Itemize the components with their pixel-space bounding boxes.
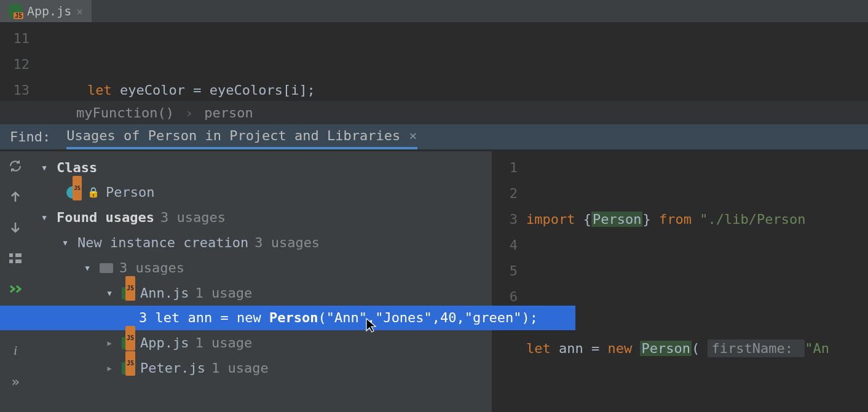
breadcrumb-item[interactable]: person [204,105,253,121]
code-line: import {Person} from "./lib/Person [526,207,829,232]
category-label: New instance creation [77,231,248,255]
find-tab-title: Usages of Person in Project and Librarie… [66,128,400,143]
file-name: Peter.js [140,356,205,381]
usages-tree: Class 🔒 Person Found usages 3 usages New… [31,151,492,412]
info-icon[interactable]: i [7,342,24,359]
chevron-down-icon[interactable] [38,155,50,180]
tree-class-item[interactable]: 🔒 Person [31,180,492,205]
file-tab[interactable]: App.js × [0,0,92,22]
class-icon [66,186,79,199]
editor-tab-bar: App.js × [0,0,868,22]
line-number: 11 [0,26,30,52]
diff-icon[interactable] [7,280,24,298]
line-gutter: 11 12 13 [0,22,37,101]
find-toolbar: i » [0,151,31,412]
line-number: 3 [492,207,518,232]
tree-usage-row-selected[interactable]: 3 let ann = new Person("Ann","Jones",40,… [0,306,575,330]
preview-gutter: 1 2 3 4 5 6 [492,151,526,412]
svg-rect-2 [15,253,22,257]
class-name: Person [106,180,154,205]
code-area[interactable]: let eyeColor = eyeColors[i]; let person … [37,22,578,101]
file-count: 1 usage [195,281,252,306]
chevron-down-icon[interactable] [103,280,116,306]
tree-category[interactable]: New instance creation 3 usages [31,230,492,255]
more-icon[interactable]: » [7,373,24,390]
tree-file[interactable]: Peter.js 1 usage [31,355,492,381]
code-line: let eyeColor = eyeColors[i]; [38,77,578,103]
category-count: 3 usages [254,231,320,255]
js-file-icon [122,362,134,374]
chevron-down-icon[interactable] [81,255,93,280]
breadcrumb-item[interactable]: myFunction() [76,105,174,121]
tab-filename: App.js [27,4,71,18]
svg-rect-0 [9,253,13,257]
chevron-right-icon: › [185,105,193,121]
usage-preview-editor: 1 2 3 4 5 6 import {Person} from "./lib/… [492,151,868,412]
file-name: App.js [140,331,189,355]
find-panel-body: i » Class 🔒 Person Found usages 3 usages… [0,151,868,412]
chevron-down-icon[interactable] [59,230,71,255]
chevron-right-icon[interactable] [103,355,116,381]
file-count: 1 usage [195,331,252,355]
tree-file[interactable]: App.js 1 usage [31,330,492,355]
js-file-icon [122,337,134,349]
tree-folder[interactable]: 3 usages [31,255,492,280]
close-icon[interactable]: × [409,128,417,143]
js-file-icon [122,287,134,299]
arrow-down-icon[interactable] [7,219,24,236]
lock-icon: 🔒 [87,180,100,205]
preview-code[interactable]: import {Person} from "./lib/Person let a… [526,151,829,412]
svg-rect-1 [9,259,13,263]
folder-icon [100,263,113,273]
tree-class-header[interactable]: Class [31,155,492,180]
chevron-down-icon[interactable] [38,205,50,230]
line-number: 4 [492,232,518,258]
code-line: let ann = new Person( firstName: "An [526,336,829,362]
main-editor: 11 12 13 let eyeColor = eyeColors[i]; le… [0,22,868,101]
line-number: 12 [0,52,30,77]
svg-rect-3 [15,259,22,263]
group-icon[interactable] [7,250,24,267]
line-number: 13 [0,77,30,103]
file-name: Ann.js [140,281,189,306]
line-number: 5 [492,258,518,284]
usage-code: 3 let ann = new Person("Ann","Jones",40,… [139,306,538,330]
arrow-up-icon[interactable] [7,188,24,205]
js-file-icon [9,4,22,18]
line-number: 1 [492,155,518,181]
find-tab[interactable]: Usages of Person in Project and Librarie… [66,124,417,149]
found-count: 3 usages [160,205,226,230]
found-label: Found usages [57,205,154,230]
refresh-icon[interactable] [7,157,24,175]
file-count: 1 usage [211,356,269,381]
tree-found-header[interactable]: Found usages 3 usages [31,205,492,230]
find-label: Find: [10,129,50,145]
line-number: 2 [492,181,518,207]
chevron-right-icon[interactable] [103,330,116,355]
close-icon[interactable]: × [76,5,83,18]
tree-file[interactable]: Ann.js 1 usage [31,280,492,306]
